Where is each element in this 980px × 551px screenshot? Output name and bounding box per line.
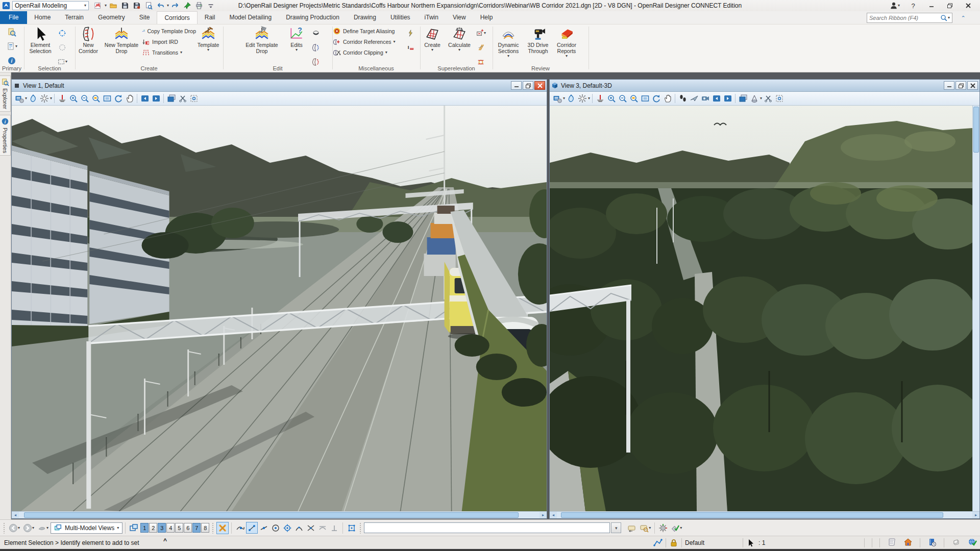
tab-file[interactable]: File <box>0 11 27 24</box>
va-button[interactable] <box>552 93 562 104</box>
cone-button[interactable] <box>749 93 760 104</box>
view3-restore-button[interactable] <box>955 81 966 90</box>
vnext-button[interactable] <box>722 93 733 104</box>
snap-key-button[interactable] <box>246 522 258 534</box>
accusnap-toggle-button[interactable] <box>346 522 357 534</box>
sun-button[interactable] <box>577 93 587 104</box>
zin-button[interactable] <box>68 93 79 104</box>
corridor-reports-button[interactable]: Corridor Reports▾ <box>552 26 581 59</box>
pan-button[interactable] <box>662 93 673 104</box>
view-toggle-7[interactable]: 7 <box>192 523 201 533</box>
new-template-drop-button[interactable]: New Template Drop <box>101 26 142 55</box>
view-toggle-4[interactable]: 4 <box>166 523 175 533</box>
snap-perp-button[interactable] <box>328 522 340 534</box>
snap-near-button[interactable] <box>234 522 246 534</box>
chevron-down-icon[interactable]: ▾ <box>105 4 107 8</box>
printpre-button[interactable] <box>143 1 154 11</box>
printer-button[interactable] <box>194 1 204 11</box>
snap-mode-status-icon[interactable] <box>653 538 663 547</box>
copy-template-drop-button[interactable]: Copy Template Drop <box>142 27 196 36</box>
tab-help[interactable]: Help <box>473 11 500 24</box>
fit-button[interactable] <box>640 93 650 104</box>
dstyle-button[interactable] <box>28 93 38 104</box>
tab-terrain[interactable]: Terrain <box>58 11 91 24</box>
close-button[interactable] <box>962 1 975 10</box>
tab-itwin[interactable]: iTwin <box>418 11 446 24</box>
key-in-dropdown-button[interactable]: ▾ <box>611 522 621 533</box>
view-toggle-3[interactable]: 3 <box>158 523 166 533</box>
corridor-references-button[interactable]: Corridor References▾ <box>333 37 403 46</box>
tab-corridors[interactable]: Corridors <box>157 11 197 24</box>
copyview-button[interactable] <box>166 93 177 104</box>
chevron-down-icon[interactable]: ▾ <box>167 4 169 8</box>
view-toggle-6[interactable]: 6 <box>184 523 192 533</box>
view1-close-button[interactable] <box>534 81 545 90</box>
account-button[interactable]: ▾ <box>888 1 901 10</box>
chevron-down-icon[interactable]: ▾ <box>563 96 565 101</box>
sb-globe-button[interactable] <box>968 538 977 548</box>
scroll-right-arrow[interactable]: ▸ <box>972 512 979 518</box>
explorer-button[interactable] <box>6 26 17 38</box>
view3-hscrollbar[interactable]: ◂ ▸ <box>550 511 979 518</box>
view3-close-button[interactable] <box>967 81 978 90</box>
fit-button[interactable] <box>102 93 112 104</box>
chevron-down-icon[interactable]: ▾ <box>948 16 950 20</box>
chevron-down-icon[interactable]: ▾ <box>50 96 52 101</box>
scroll-left-arrow[interactable]: ◂ <box>550 512 557 518</box>
tab-rail[interactable]: Rail <box>198 11 223 24</box>
help-button[interactable]: ? <box>906 1 920 10</box>
zwin-button[interactable] <box>90 93 101 104</box>
folder-button[interactable] <box>108 1 118 11</box>
undo-button[interactable] <box>155 1 165 11</box>
new-corridor-button[interactable]: New Corridor <box>76 26 101 55</box>
snap-tan-button[interactable] <box>316 522 328 534</box>
accudraw-button[interactable] <box>657 522 669 534</box>
collapse-ribbon-button[interactable]: ⌃ <box>958 13 969 22</box>
wset-button[interactable] <box>93 1 103 11</box>
scroll-left-arrow[interactable]: ◂ <box>12 512 19 518</box>
sb-scroll-button[interactable] <box>887 538 896 548</box>
zwin-button[interactable] <box>628 93 639 104</box>
redo-button[interactable] <box>170 1 181 11</box>
tab-site[interactable]: Site <box>132 11 157 24</box>
view-group-selector[interactable]: Multi-Model Views ▾ <box>51 522 122 534</box>
manage-view-groups-button[interactable] <box>128 522 139 534</box>
define-target-aliasing-button[interactable]: Define Target Aliasing <box>333 27 403 36</box>
view3-viewport[interactable] <box>550 106 972 511</box>
position-mapping-button[interactable]: ▾ <box>639 522 652 534</box>
selection-circle-button[interactable] <box>56 41 68 54</box>
cmask-button[interactable] <box>188 93 199 104</box>
tab-view[interactable]: View <box>446 11 473 24</box>
corridor-clipping-button[interactable]: Corridor Clipping▾ <box>333 48 403 57</box>
view-toggle-5[interactable]: 5 <box>175 523 183 533</box>
view3-minimize-button[interactable] <box>944 81 954 90</box>
drive-through-button[interactable]: 3D Drive Through <box>524 26 552 55</box>
edit-template-drop-button[interactable]: Edit Template Drop <box>241 26 282 55</box>
snap-mid-button[interactable] <box>258 522 270 534</box>
rot-button[interactable] <box>113 93 124 104</box>
transitions-button[interactable]: Transitions▾ <box>142 48 196 57</box>
scroll-right-arrow[interactable]: ▸ <box>540 512 547 518</box>
sb-notes-button[interactable] <box>927 538 937 548</box>
search-icon[interactable] <box>940 14 948 22</box>
dynamic-sections-button[interactable]: Dynamic Sections▾ <box>493 26 524 59</box>
pin-button[interactable] <box>182 1 192 11</box>
walk-button[interactable] <box>677 93 688 104</box>
scis-button[interactable] <box>177 93 188 104</box>
superelevation-calculate-button[interactable]: Calculate▾ <box>445 26 474 53</box>
sun-button[interactable] <box>39 93 50 104</box>
locks-icon[interactable] <box>669 538 678 547</box>
superelevation-create-button[interactable]: Create▾ <box>421 26 444 53</box>
search-ribbon-box[interactable]: ▾ <box>867 13 952 23</box>
import-ird-button[interactable]: Import IRD <box>142 37 196 46</box>
minimize-button[interactable] <box>925 1 938 10</box>
toggles-button[interactable]: ▾ <box>670 522 683 534</box>
cam-button[interactable] <box>700 93 710 104</box>
chevron-down-icon[interactable]: ▾ <box>760 96 762 101</box>
fly-button[interactable] <box>689 93 699 104</box>
view1-minimize-button[interactable] <box>511 81 522 90</box>
superelevation-editor-button[interactable]: ▾ <box>475 27 487 39</box>
stamp-button[interactable] <box>57 93 67 104</box>
savegear-button[interactable] <box>132 1 142 11</box>
key-in-input[interactable] <box>364 522 610 533</box>
